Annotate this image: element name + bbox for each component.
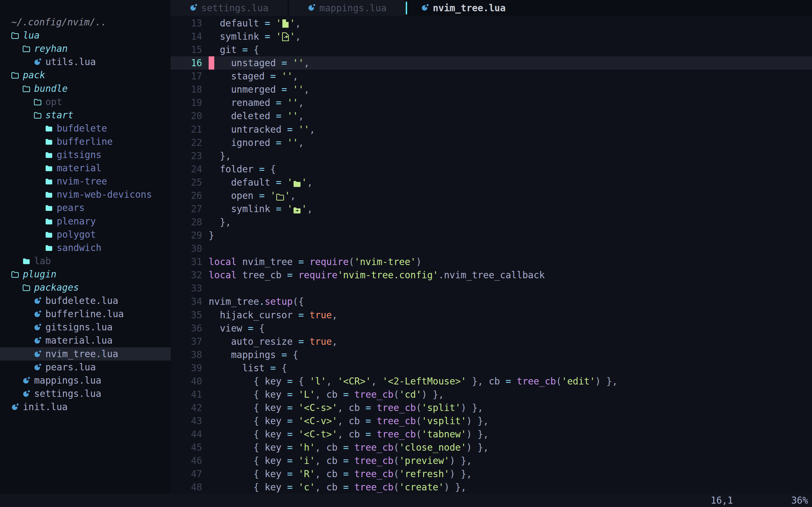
code-line-text: open = '', [209, 189, 296, 202]
code-line-text: deleted = '', [209, 109, 304, 122]
tree-root-path[interactable]: ~/.config/nvim/.. [0, 15, 170, 29]
tree-item-sandwich[interactable]: sandwich [0, 241, 170, 255]
code-line-13[interactable]: 13 default = '', [170, 17, 812, 30]
tree-item-nvim-web-devicons[interactable]: nvim-web-devicons [0, 188, 170, 201]
code-line-text: { key = '<C-v>', cb = tree_cb('vsplit') … [209, 414, 489, 428]
code-line-17[interactable]: 17 staged = '', [170, 69, 812, 83]
code-line-48[interactable]: 48 { key = 'c', cb = tree_cb('create') }… [170, 481, 812, 494]
tree-item-bufdelete.lua[interactable]: bufdelete.lua [0, 294, 170, 307]
tree-item-mappings.lua[interactable]: mappings.lua [0, 374, 170, 387]
code-line-text: { key = 'R', cb = tree_cb('refresh') }, [209, 467, 472, 481]
code-line-text: default = '', [209, 17, 301, 30]
code-line-32[interactable]: 32local tree_cb = require'nvim-tree.conf… [170, 269, 812, 282]
line-number: 19 [170, 96, 202, 109]
tree-item-plenary[interactable]: plenary [0, 215, 170, 228]
lua-file-icon [308, 3, 315, 13]
code-line-40[interactable]: 40 { key = { 'l', '<CR>', '<2-LeftMouse>… [170, 375, 812, 388]
tree-item-bundle[interactable]: bundle [0, 82, 170, 95]
lua-file-icon [22, 377, 30, 384]
tab-nvim_tree.lua[interactable]: nvim_tree.lua [407, 0, 522, 16]
code-line-22[interactable]: 22 ignored = '', [170, 136, 812, 149]
code-line-43[interactable]: 43 { key = '<C-v>', cb = tree_cb('vsplit… [170, 414, 812, 428]
code-line-35[interactable]: 35 hijack_cursor = true, [170, 308, 812, 322]
code-line-18[interactable]: 18 unmerged = '', [170, 83, 812, 96]
code-line-42[interactable]: 42 { key = '<C-s>', cb = tree_cb('split'… [170, 401, 812, 414]
code-line-41[interactable]: 41 { key = 'L', cb = tree_cb('cd') }, [170, 388, 812, 401]
code-line-36[interactable]: 36 view = { [170, 322, 812, 335]
code-line-15[interactable]: 15 git = { [170, 43, 812, 56]
code-line-38[interactable]: 38 mappings = { [170, 348, 812, 361]
code-line-28[interactable]: 28 }, [170, 216, 812, 229]
code-line-25[interactable]: 25 default = '', [170, 176, 812, 189]
tree-item-opt[interactable]: opt [0, 95, 170, 108]
tree-item-pears.lua[interactable]: pears.lua [0, 360, 170, 374]
code-line-27[interactable]: 27 symlink = '', [170, 202, 812, 216]
tree-item-start[interactable]: start [0, 108, 170, 122]
code-line-39[interactable]: 39 list = { [170, 361, 812, 375]
tree-item-label: pack [23, 69, 45, 80]
tabline: settings.luamappings.luanvim_tree.lua [0, 0, 812, 16]
code-line-26[interactable]: 26 open = '', [170, 189, 812, 202]
tree-item-packages[interactable]: packages [0, 281, 170, 294]
code-line-46[interactable]: 46 { key = 'i', cb = tree_cb('preview') … [170, 454, 812, 467]
tree-item-gitsigns[interactable]: gitsigns [0, 148, 170, 161]
tree-item-reyhan[interactable]: reyhan [0, 42, 170, 55]
tree-item-init.lua[interactable]: init.lua [0, 400, 170, 413]
tree-item-lua[interactable]: lua [0, 29, 170, 42]
code-line-16[interactable]: 16 unstaged = '', [170, 56, 812, 69]
code-line-33[interactable]: 33 [170, 282, 812, 295]
code-line-text: symlink = '', [209, 202, 313, 216]
code-line-24[interactable]: 24 folder = { [170, 163, 812, 176]
code-line-31[interactable]: 31local nvim_tree = require('nvim-tree') [170, 255, 812, 269]
tree-item-label: nvim_tree.lua [45, 348, 118, 359]
lua-file-icon [34, 323, 42, 331]
code-line-text: default = '', [209, 176, 313, 189]
tree-item-nvim-tree[interactable]: nvim-tree [0, 175, 170, 188]
tree-item-bufferline.lua[interactable]: bufferline.lua [0, 307, 170, 321]
code-line-20[interactable]: 20 deleted = '', [170, 109, 812, 122]
tree-item-material[interactable]: material [0, 161, 170, 175]
code-line-29[interactable]: 29} [170, 229, 812, 242]
code-line-44[interactable]: 44 { key = '<C-t>', cb = tree_cb('tabnew… [170, 428, 812, 441]
code-line-text: view = { [209, 322, 265, 335]
code-line-14[interactable]: 14 symlink = '', [170, 30, 812, 43]
tree-item-bufdelete[interactable]: bufdelete [0, 122, 170, 135]
tree-item-gitsigns.lua[interactable]: gitsigns.lua [0, 321, 170, 334]
code-line-text: { key = 'i', cb = tree_cb('preview') }, [209, 454, 472, 467]
file-icon [282, 18, 290, 29]
code-line-text: folder = { [209, 163, 276, 176]
code-line-34[interactable]: 34nvim_tree.setup({ [170, 295, 812, 308]
line-number: 31 [170, 255, 202, 269]
code-line-21[interactable]: 21 untracked = '', [170, 123, 812, 136]
tree-item-pack[interactable]: pack [0, 68, 170, 82]
tree-item-bufferline[interactable]: bufferline [0, 135, 170, 148]
code-line-37[interactable]: 37 auto_resize = true, [170, 335, 812, 348]
editor[interactable]: 13 default = '',14 symlink = '',15 git =… [170, 16, 812, 494]
tree-item-polygot[interactable]: polygot [0, 228, 170, 241]
code-line-19[interactable]: 19 renamed = '', [170, 96, 812, 109]
code-line-text: { key = '<C-s>', cb = tree_cb('split') }… [209, 401, 483, 414]
tree-item-material.lua[interactable]: material.lua [0, 334, 170, 347]
tree-item-pears[interactable]: pears [0, 201, 170, 214]
tree-item-label: plugin [23, 269, 56, 280]
lua-file-icon [190, 3, 197, 13]
lua-file-icon [11, 403, 19, 411]
line-number: 48 [170, 481, 202, 494]
line-number: 26 [170, 189, 202, 202]
tree-item-plugin[interactable]: plugin [0, 268, 170, 281]
tree-item-nvim_tree.lua[interactable]: nvim_tree.lua [0, 347, 170, 360]
tree-item-lab[interactable]: lab [0, 255, 170, 268]
tab-mappings.lua[interactable]: mappings.lua [289, 0, 405, 16]
tree-item-utils.lua[interactable]: utils.lua [0, 55, 170, 68]
code-line-47[interactable]: 47 { key = 'R', cb = tree_cb('refresh') … [170, 467, 812, 481]
line-number: 42 [170, 401, 202, 414]
line-number: 30 [170, 242, 202, 255]
code-line-23[interactable]: 23 }, [170, 149, 812, 163]
line-number: 23 [170, 149, 202, 163]
code-line-30[interactable]: 30 [170, 242, 812, 255]
tab-settings.lua[interactable]: settings.lua [170, 0, 288, 16]
code-line-45[interactable]: 45 { key = 'h', cb = tree_cb('close_node… [170, 441, 812, 454]
code-line-text: auto_resize = true, [209, 335, 338, 348]
tree-item-label: bundle [34, 83, 68, 94]
tree-item-settings.lua[interactable]: settings.lua [0, 387, 170, 400]
